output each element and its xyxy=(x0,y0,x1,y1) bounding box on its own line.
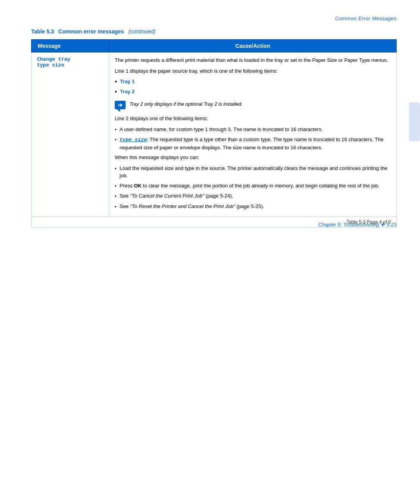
table-continued: (continued) xyxy=(128,28,156,35)
cause-para-2: Line 1 displays the paper source tray, w… xyxy=(115,67,391,75)
line2-bullet-2: • type size: The requested type is a typ… xyxy=(115,136,391,151)
table-row: Change tray type size The printer reques… xyxy=(32,52,397,217)
bullet-dot-action-2: • xyxy=(115,182,117,190)
note-box: ➔ Tray 2 only displays if the optional T… xyxy=(115,98,391,112)
bullet-dot-1: • xyxy=(115,126,117,134)
type-size-code: type size xyxy=(120,137,147,143)
note-arrow-icon: ➔ xyxy=(118,101,122,109)
action-bullet-2: • Press OK to clear the message, print t… xyxy=(115,182,391,190)
bullet-dot-action-4: • xyxy=(115,203,117,211)
note-text: Tray 2 only displays if the optional Tra… xyxy=(130,101,243,108)
action-bullet-3: • See "To Cancel the Current Print Job" … xyxy=(115,192,391,200)
table-header-row: Message Cause/Action xyxy=(32,40,397,52)
table-label: Common error messages xyxy=(58,28,124,35)
tray1-bullet-item: • Tray 1 xyxy=(115,78,391,86)
message-column-header: Message xyxy=(32,40,109,52)
cause-cell: The printer requests a different print m… xyxy=(109,52,397,217)
page-footer: Chapter 5: Troubleshooting ❖ 5-21 xyxy=(318,222,397,228)
action-bullet-1: • Load the requested size and type in th… xyxy=(115,164,391,180)
line2-bullet-2-text: type size: The requested type is a type … xyxy=(120,136,391,151)
note-icon: ➔ xyxy=(115,101,126,109)
tab-decoration xyxy=(409,102,420,141)
table-title: Table 5.3 Common error messages (continu… xyxy=(31,28,397,35)
reset-printer-link: "To Reset the Printer and Cancel the Pri… xyxy=(130,203,235,209)
cause-para-3: Line 2 displays one of the following ite… xyxy=(115,115,391,122)
header-section: Common Error Messages xyxy=(31,16,397,21)
bullet-dot-tray1: • xyxy=(115,78,117,85)
action-bullet-4: • See "To Reset the Printer and Cancel t… xyxy=(115,203,391,211)
table-section-number: Table 5.3 xyxy=(31,28,54,35)
tray2-label: Tray 2 xyxy=(120,88,391,96)
action-bullet-2-text: Press OK to clear the message, print the… xyxy=(120,182,391,190)
cause-para-1: The printer requests a different print m… xyxy=(115,56,391,64)
bullet-dot-action-1: • xyxy=(115,165,117,173)
action-bullet-4-text: See "To Reset the Printer and Cancel the… xyxy=(120,203,391,210)
table-section-label xyxy=(56,28,57,35)
cause-column-header: Cause/Action xyxy=(109,40,397,52)
header-title: Common Error Messages xyxy=(335,16,397,21)
page-container: Common Error Messages Table 5.3 Common e… xyxy=(0,0,420,243)
ok-label: OK xyxy=(134,183,142,189)
bullet-dot-2: • xyxy=(115,136,117,144)
tray1-label: Tray 1 xyxy=(120,78,391,86)
message-cell: Change tray type size xyxy=(32,52,109,217)
message-line1: Change tray xyxy=(37,56,70,62)
action-bullet-1-text: Load the requested size and type in the … xyxy=(120,164,391,180)
bullet-dot-tray2: • xyxy=(115,88,117,95)
line2-bullet-1-text: A user-defined name, for custom type 1 t… xyxy=(120,126,391,133)
message-line2: type size xyxy=(37,62,64,68)
cause-para-4: When this message displays you can: xyxy=(115,154,391,161)
tray2-bullet-item: • Tray 2 xyxy=(115,88,391,96)
bullet-dot-action-3: • xyxy=(115,192,117,200)
line2-bullet-1: • A user-defined name, for custom type 1… xyxy=(115,126,391,134)
main-table: Message Cause/Action Change tray type si… xyxy=(31,39,397,217)
action-bullet-3-text: See "To Cancel the Current Print Job" (p… xyxy=(120,192,391,200)
cancel-job-link: "To Cancel the Current Print Job" xyxy=(130,193,204,199)
